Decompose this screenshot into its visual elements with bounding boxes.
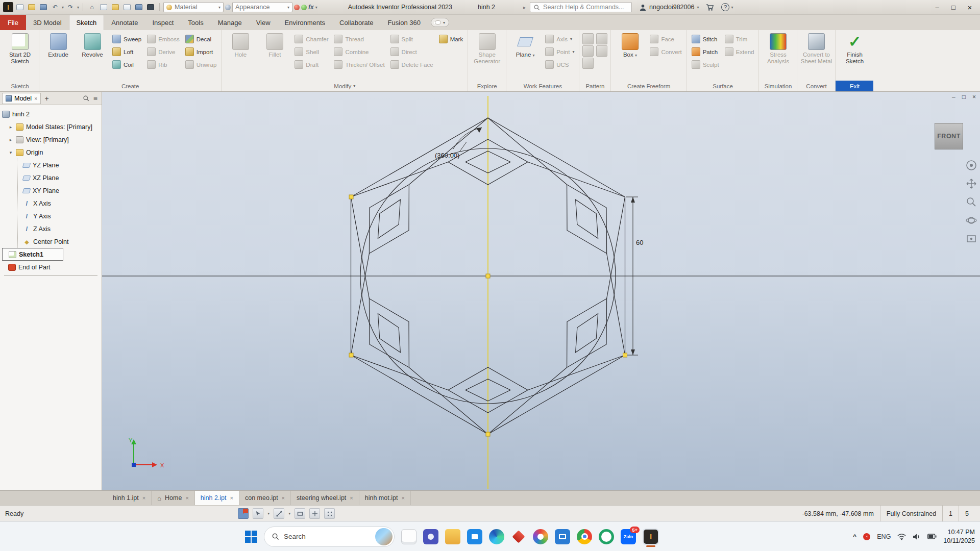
group-label-modify[interactable]: Modify▾ <box>224 81 465 91</box>
pattern-option-icon[interactable] <box>596 45 607 57</box>
diamond-lower-left-inner[interactable] <box>378 314 400 353</box>
doc-tab-steering-wheel[interactable]: steering wheel.ipt × <box>291 491 359 505</box>
doc-restore-button[interactable]: □ <box>962 93 966 101</box>
tree-item-end-of-part[interactable]: End of Part <box>2 261 102 273</box>
circular-pattern-icon[interactable] <box>582 45 594 57</box>
appearance-dropdown[interactable]: Appearance ▾ <box>232 2 292 12</box>
freeform-convert-button[interactable]: Convert <box>648 45 683 58</box>
tree-item-view[interactable]: ▸ View: [Primary] <box>2 133 102 146</box>
save-icon[interactable] <box>38 2 48 12</box>
start-2d-sketch-button[interactable]: Start 2D Sketch <box>4 32 36 65</box>
dimension-60-text[interactable]: 60 <box>636 239 643 246</box>
undo-dropdown-icon[interactable]: ▾ <box>62 5 64 10</box>
tab-manage[interactable]: Manage <box>211 15 249 30</box>
cart-icon[interactable] <box>706 4 714 11</box>
chevron-down-icon[interactable]: ▾ <box>267 511 270 516</box>
expand-icon[interactable]: ▸ <box>8 137 13 142</box>
rectangular-pattern-icon[interactable] <box>582 33 594 44</box>
full-navigation-wheel-icon[interactable] <box>965 159 977 171</box>
thicken-offset-button[interactable]: Thicken/ Offset <box>332 58 386 71</box>
select-filter-icon[interactable] <box>253 508 263 519</box>
dof-icon[interactable] <box>309 508 320 519</box>
help-search-input[interactable]: Search Help & Commands... <box>530 2 632 12</box>
tab-environments[interactable]: Environments <box>278 15 332 30</box>
close-icon[interactable]: × <box>350 495 353 501</box>
tab-sketch[interactable]: Sketch <box>69 15 105 30</box>
app-icon-chrome[interactable] <box>577 529 592 544</box>
snap-settings-icon[interactable] <box>274 508 284 519</box>
wifi-icon[interactable] <box>897 533 906 540</box>
extrude-button[interactable]: Extrude <box>42 32 75 58</box>
doc-minimize-button[interactable]: – <box>952 93 955 101</box>
tree-item-center-point[interactable]: ◆Center Point <box>18 235 102 248</box>
browser-search-icon[interactable] <box>83 95 89 102</box>
sketch-grid-icon[interactable] <box>99 2 109 12</box>
undo-icon[interactable]: ↶ <box>50 2 60 12</box>
chevron-down-icon[interactable]: ▾ <box>315 5 317 10</box>
tab-3d-model[interactable]: 3D Model <box>26 15 69 30</box>
tree-item-model-states[interactable]: ▸ Model States: [Primary] <box>2 120 102 133</box>
new-file-icon[interactable] <box>15 2 25 12</box>
pan-icon[interactable] <box>965 178 977 190</box>
browser-tab-model[interactable]: Model × <box>2 93 41 104</box>
sketch-driven-pattern-icon[interactable] <box>596 33 607 44</box>
app-icon-photos[interactable] <box>533 529 548 544</box>
app-icon-file-explorer[interactable] <box>445 529 460 544</box>
redo-icon[interactable]: ↷ <box>65 2 76 12</box>
convert-to-sheet-metal-button[interactable]: Convert to Sheet Metal <box>800 32 832 65</box>
patch-button[interactable]: Patch <box>690 45 721 58</box>
direct-button[interactable]: Direct <box>388 45 435 58</box>
material-dropdown[interactable]: Material ▾ <box>163 2 224 12</box>
chevron-right-icon[interactable]: ▸ <box>523 5 526 10</box>
decal-button[interactable]: Decal <box>183 33 219 45</box>
rib-button[interactable]: Rib <box>145 58 182 71</box>
close-icon[interactable]: × <box>142 495 145 501</box>
constraint-visibility-icon[interactable] <box>295 508 305 519</box>
tab-annotate[interactable]: Annotate <box>104 15 145 30</box>
close-button[interactable]: × <box>963 2 977 13</box>
maximize-button[interactable]: □ <box>946 2 961 13</box>
browser-menu-icon[interactable]: ≡ <box>91 94 100 103</box>
sculpt-button[interactable]: Sculpt <box>690 58 721 71</box>
ucs-button[interactable]: UCS <box>543 58 576 71</box>
axis-button[interactable]: Axis▾ <box>543 33 576 45</box>
shape-generator-button[interactable]: Shape Generator <box>471 32 503 65</box>
close-icon[interactable]: × <box>230 495 233 501</box>
taskbar-clock[interactable]: 10:47 PM 10/11/2025 <box>943 528 975 545</box>
trim-button[interactable]: Trim <box>723 33 756 45</box>
doc-tab-hinh-mot[interactable]: hinh mot.ipt × <box>359 491 411 505</box>
user-account-menu[interactable]: nngocloi982006 ▾ <box>639 4 699 11</box>
mark-button[interactable]: Mark <box>437 33 465 45</box>
dimension-angle[interactable]: (360.00) <box>435 128 482 159</box>
tree-item-x-axis[interactable]: /X Axis <box>18 197 102 210</box>
grid-snap-icon[interactable] <box>238 508 249 519</box>
redo-dropdown-icon[interactable]: ▾ <box>77 5 79 10</box>
tab-tools[interactable]: Tools <box>181 15 210 30</box>
tree-item-origin[interactable]: ▾ Origin <box>2 146 102 159</box>
tree-item-sketch1[interactable]: Sketch1 <box>2 248 63 261</box>
doc-tab-hinh-1[interactable]: hinh 1.ipt × <box>107 491 152 505</box>
orbit-icon[interactable] <box>965 214 977 227</box>
tree-item-y-axis[interactable]: /Y Axis <box>18 210 102 222</box>
battery-icon[interactable] <box>927 534 937 539</box>
help-button[interactable]: ? ▾ <box>721 3 733 11</box>
hole-button[interactable]: Hole <box>224 32 257 58</box>
point-button[interactable]: Point▾ <box>543 45 576 58</box>
tab-file[interactable]: File <box>0 15 26 30</box>
tab-view[interactable]: View <box>249 15 278 30</box>
stitch-button[interactable]: Stitch <box>690 33 721 45</box>
app-icon-edge[interactable] <box>489 529 504 544</box>
measure-tool-icon[interactable] <box>122 2 132 12</box>
import-button[interactable]: Import <box>183 45 219 58</box>
close-icon[interactable]: × <box>185 495 188 501</box>
app-icon-green-ring[interactable] <box>599 529 614 544</box>
add-browser-tab-button[interactable]: + <box>43 94 50 103</box>
app-icon-microsoft-store[interactable] <box>467 529 482 544</box>
unwrap-button[interactable]: Unwrap <box>183 58 219 71</box>
doc-tab-home[interactable]: ⌂ Home × <box>152 491 195 505</box>
revolve-button[interactable]: Revolve <box>76 32 109 58</box>
doc-tab-hinh-2[interactable]: hinh 2.ipt × <box>195 491 239 505</box>
coil-button[interactable]: Coil <box>110 58 143 71</box>
appearance-sphere-icon[interactable] <box>225 5 231 10</box>
draft-button[interactable]: Draft <box>292 58 330 71</box>
